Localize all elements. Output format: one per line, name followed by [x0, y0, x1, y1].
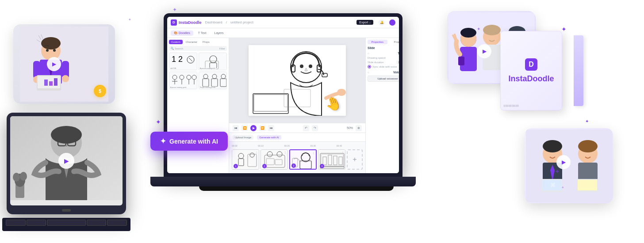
- tab-doodles[interactable]: 🎨 Doodles: [171, 30, 193, 36]
- generate-ai-label: Generate with AI: [169, 138, 218, 145]
- right-panel: Properties Project Slide 3 ∧: [365, 38, 399, 173]
- search-bar: 🔍 Search Filter: [169, 46, 227, 51]
- zoom-icon[interactable]: ⊕: [356, 125, 362, 131]
- timeline: 00:00 00:10 00:20 00:30 00:40: [229, 141, 365, 173]
- timing-header: ○ Timing: [368, 52, 399, 55]
- doodle-thumb-4[interactable]: People reacting positiv...: [199, 72, 227, 89]
- tick-0: 00:00: [232, 144, 258, 147]
- svg-point-64: [300, 65, 303, 68]
- fast-forward-button[interactable]: ⏭: [268, 125, 274, 131]
- product-box-logo: D: [525, 58, 537, 71]
- add-frame-button[interactable]: +: [347, 149, 363, 170]
- doodles-icon: 🎨: [174, 31, 178, 35]
- doodle-2-label: A person creating a d...: [199, 68, 216, 69]
- play-button-br[interactable]: ▶: [556, 155, 571, 169]
- product-logo-icon: D: [525, 58, 537, 71]
- svg-point-14: [46, 49, 49, 52]
- subtab-character[interactable]: Character: [184, 40, 199, 44]
- frame-4[interactable]: 4 ⋮: [318, 149, 345, 170]
- video-card-top-left: ▶ $: [13, 24, 115, 104]
- tick-2: 00:20: [284, 144, 310, 147]
- upload-image-button[interactable]: Upload Image: [233, 135, 253, 140]
- redo-button[interactable]: ↷: [312, 125, 318, 131]
- doodle-thumb-3[interactable]: A person reacting good...: [169, 72, 197, 89]
- sync-row: Sync slide with voice: [368, 65, 399, 68]
- app-logo-icon: D: [171, 19, 177, 26]
- tab-properties[interactable]: Properties: [368, 40, 387, 44]
- frame-4-menu[interactable]: ⋮: [341, 151, 344, 154]
- sparkle-icon-5: ✦: [561, 186, 564, 190]
- canvas-bottom-bar: Upload Image Generate with AI: [229, 133, 365, 141]
- svg-rect-13: [54, 78, 58, 86]
- zoom-level: 50%: [347, 126, 353, 129]
- main-scene: ✦ ✦ ✦ ✦ ✦ ✦: [0, 0, 644, 243]
- svg-point-8: [62, 75, 69, 82]
- slide-header: Slide 3 ∧: [368, 46, 399, 49]
- doodle-thumb-2[interactable]: A person creating a d...: [199, 53, 227, 70]
- product-box-body: D InstaDoodle |||||||||||||||: [500, 31, 562, 110]
- step-forward-button[interactable]: ⏩: [259, 125, 265, 131]
- product-star-small: ✦: [585, 119, 589, 124]
- tablet-body: ▶: [7, 113, 126, 214]
- app-logo: D InstaDoodle: [171, 19, 202, 26]
- export-button[interactable]: Export ↓: [356, 20, 373, 25]
- app-topbar: D InstaDoodle Dashboard / untitled proje…: [167, 17, 399, 28]
- app-toolbar: 🎨 Doodles T Text Layers: [167, 28, 399, 38]
- svg-point-15: [53, 49, 56, 52]
- generate-with-ai-button[interactable]: ✦ Generate with AI: [150, 132, 228, 151]
- frame-2[interactable]: 2 ⋮: [261, 149, 288, 170]
- filter-button[interactable]: Filter: [219, 47, 225, 50]
- svg-rect-12: [49, 81, 53, 86]
- frame-1-number: 1: [234, 164, 238, 168]
- sparkle-icon-6: ✦: [128, 18, 131, 22]
- video-card-bottom-right: ⌘ ▶: [525, 128, 613, 203]
- breadcrumb-dashboard: Dashboard: [205, 20, 222, 24]
- frame-3-menu[interactable]: ⋮: [312, 151, 315, 154]
- svg-point-94: [51, 126, 82, 144]
- tab-layers[interactable]: Layers: [211, 30, 227, 35]
- tick-4: 00:40: [337, 144, 363, 147]
- play-button-tr[interactable]: ▶: [477, 44, 491, 58]
- generate-with-ai-bottom-button[interactable]: Generate with AI: [257, 135, 281, 140]
- product-box: D InstaDoodle ||||||||||||||| ✦ ✦: [500, 31, 575, 128]
- voiceover-header: ○ Voiceover: [368, 71, 399, 74]
- notification-icon[interactable]: 🔔: [379, 19, 385, 26]
- frame-2-menu[interactable]: ⋮: [284, 151, 287, 154]
- svg-rect-23: [458, 57, 464, 65]
- drawing-speed-row: Drawing speed: 1×: [368, 56, 399, 60]
- subtab-props[interactable]: Props: [200, 40, 212, 44]
- laptop: D InstaDoodle Dashboard / untitled proje…: [164, 13, 411, 203]
- frame-3[interactable]: 3 ⋮: [289, 149, 317, 170]
- step-back-button[interactable]: ⏪: [242, 125, 248, 131]
- subtab-custom[interactable]: Custom: [169, 40, 183, 44]
- sync-toggle[interactable]: [368, 65, 371, 68]
- play-button-tl[interactable]: ▶: [47, 57, 61, 71]
- tab-project[interactable]: Project: [388, 40, 399, 44]
- breadcrumb-project: untitled project: [230, 20, 253, 24]
- play-button-tablet[interactable]: ▶: [58, 153, 74, 169]
- upload-voiceover-button[interactable]: Upload voiceover: [368, 76, 399, 82]
- doodle-thumb-1[interactable]: 1 2 vk1728: [169, 53, 197, 70]
- play-button[interactable]: ▶: [250, 125, 257, 131]
- tick-3: 00:30: [310, 144, 337, 147]
- slide-duration-value[interactable]: 10 sec: [396, 61, 399, 64]
- doodle-4-label: People reacting positiv...: [199, 87, 217, 88]
- tab-text[interactable]: T Text: [195, 30, 210, 35]
- svg-point-20: [460, 28, 476, 38]
- right-panel-tabs: Properties Project: [368, 40, 399, 44]
- frame-1[interactable]: 1 ⋮: [232, 149, 259, 170]
- svg-point-105: [543, 140, 562, 152]
- canvas-controls: ⏮ ⏪ ▶ ⏩ ⏭ ↶ ↷ 50% ⊕: [229, 123, 365, 133]
- tablet-left: ▶: [7, 113, 135, 223]
- svg-point-102: [20, 172, 27, 181]
- frame-4-number: 4: [320, 164, 324, 168]
- user-avatar[interactable]: [389, 19, 395, 26]
- undo-button[interactable]: ↶: [303, 125, 309, 131]
- svg-point-65: [309, 65, 312, 68]
- slide-duration-row: Slide duration 10 sec: [368, 61, 399, 64]
- rewind-button[interactable]: ⏮: [233, 125, 239, 131]
- laptop-screen: D InstaDoodle Dashboard / untitled proje…: [164, 13, 402, 177]
- laptop-base: [150, 177, 416, 186]
- sparkle-icon-3: ✦: [477, 27, 480, 31]
- frame-1-menu[interactable]: ⋮: [255, 151, 258, 154]
